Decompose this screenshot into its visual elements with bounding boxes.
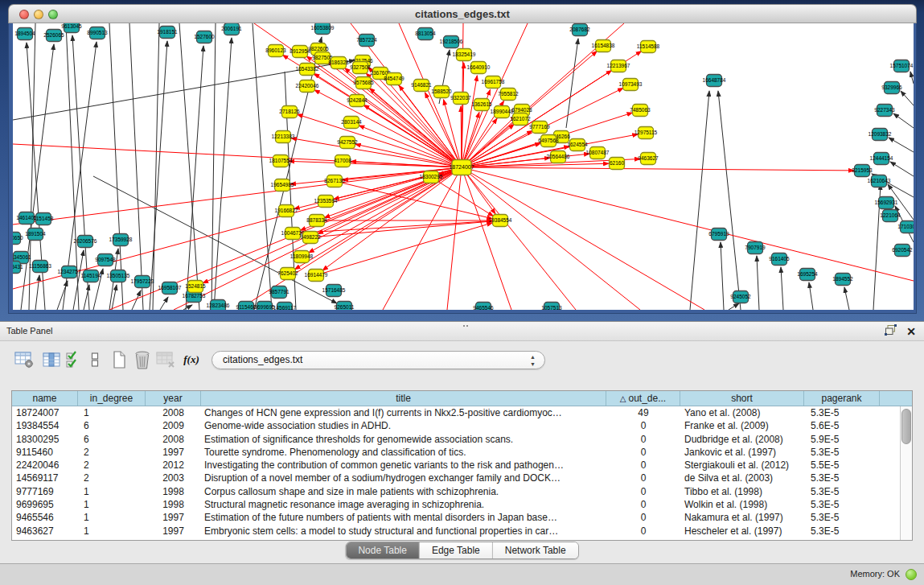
float-panel-icon[interactable]	[885, 324, 897, 339]
column-header-in_degree[interactable]: in_degree	[78, 391, 146, 406]
graph-edge[interactable]	[253, 23, 272, 310]
table-row[interactable]: 2242004622012Investigating the contribut…	[12, 459, 912, 472]
graph-edge[interactable]	[757, 256, 759, 310]
graph-edge[interactable]	[809, 282, 813, 310]
graph-edge[interactable]	[461, 106, 462, 167]
graph-edge[interactable]	[690, 91, 709, 310]
tab-edge-table[interactable]: Edge Table	[420, 542, 493, 558]
splitter-handle[interactable]	[462, 324, 469, 328]
graph-node-label: 1918151	[157, 29, 178, 35]
graph-edge[interactable]	[289, 161, 462, 167]
graph-edge[interactable]	[160, 297, 168, 310]
graph-node-label: 8912954	[290, 48, 310, 54]
function-builder-icon[interactable]: f(x)	[180, 348, 203, 371]
graph-node-label: 9242844	[347, 97, 368, 103]
graph-edge[interactable]	[57, 281, 68, 310]
graph-edge[interactable]	[901, 91, 914, 105]
graph-edge[interactable]	[13, 167, 462, 225]
table-cell: 2	[78, 459, 146, 472]
graph-node-label: 1145194	[81, 273, 101, 278]
graph-node-label: 1345061	[13, 254, 31, 260]
row-height-icon[interactable]	[84, 348, 106, 371]
column-header-title[interactable]: title	[201, 391, 606, 406]
column-header-short[interactable]: short	[680, 391, 804, 406]
network-canvas[interactable]: 1894504252606596130458990513191815115276…	[13, 23, 914, 310]
graph-edge[interactable]	[109, 23, 123, 310]
table-row[interactable]: 1938455462009Genome-wide association stu…	[12, 419, 912, 432]
column-header-pagerank[interactable]: pagerank	[804, 391, 880, 406]
graph-edge[interactable]	[129, 23, 143, 310]
close-panel-icon[interactable]: ✕	[906, 324, 916, 339]
graph-node-label: 9465546	[473, 305, 494, 310]
tab-network-table[interactable]: Network Table	[493, 542, 578, 558]
graph-edge[interactable]	[431, 177, 494, 216]
column-header-name[interactable]: name	[12, 391, 78, 406]
table-row[interactable]: 977716911998Corpus callosum shape and si…	[12, 485, 912, 498]
graph-edge[interactable]	[462, 167, 640, 310]
graph-node-label: 1624554	[567, 142, 588, 147]
table-row[interactable]: 969969511998Structural magnetic resonanc…	[12, 498, 912, 511]
graph-node-label: 8186328	[328, 60, 349, 65]
table-row[interactable]: 946554611997Estimation of the future num…	[12, 511, 912, 524]
table-selector-dropdown[interactable]: citations_edges.txt ▲▼	[211, 351, 545, 369]
table-vertical-scrollbar[interactable]	[900, 406, 912, 540]
graph-edge[interactable]	[566, 39, 578, 128]
delete-table-icon[interactable]	[154, 348, 177, 371]
column-chooser-icon[interactable]	[40, 348, 63, 371]
graph-edge[interactable]	[310, 221, 492, 237]
table-row[interactable]: 1456911722003Disruption of a novel membe…	[12, 472, 912, 484]
column-header-out_de...[interactable]: △out_de...	[606, 391, 680, 406]
table-row[interactable]: 1872400712008Changes of HCN gene express…	[12, 406, 912, 419]
table-row[interactable]: 946362711997Embryonic stem cells: a mode…	[12, 525, 912, 538]
graph-node-label: 9265011	[335, 304, 355, 310]
graph-edge[interactable]	[462, 167, 576, 310]
table-cell: 5.3E-5	[804, 406, 880, 419]
graph-edge[interactable]	[893, 113, 914, 128]
graph-node-label: 17359928	[109, 237, 133, 242]
graph-edge[interactable]	[183, 305, 192, 310]
graph-node-label: 20564486	[547, 154, 570, 159]
graph-edge[interactable]	[890, 162, 914, 176]
graph-edge[interactable]	[363, 105, 462, 167]
graph-edge[interactable]	[214, 38, 232, 310]
table-cell: 1	[78, 498, 146, 511]
scrollbar-thumb[interactable]	[901, 409, 911, 444]
graph-edge[interactable]	[462, 167, 914, 281]
graph-edge[interactable]	[729, 303, 739, 310]
graph-edge[interactable]	[462, 167, 511, 310]
graph-edge[interactable]	[781, 267, 783, 310]
graph-node-label: 18300295	[420, 174, 443, 179]
graph-edge[interactable]	[462, 76, 477, 167]
graph-edge[interactable]	[370, 89, 462, 167]
graph-edge[interactable]	[35, 275, 39, 310]
graph-edge[interactable]	[721, 242, 724, 310]
column-header-year[interactable]: year	[146, 391, 201, 406]
delete-column-icon[interactable]	[131, 348, 154, 371]
graph-edge[interactable]	[462, 167, 704, 310]
graph-edge[interactable]	[889, 138, 914, 152]
graph-edge[interactable]	[179, 23, 199, 310]
graph-node-label: 16543382	[296, 66, 319, 72]
graph-edge[interactable]	[462, 167, 854, 171]
tab-node-table[interactable]: Node Table	[346, 542, 420, 558]
select-columns-icon[interactable]	[63, 348, 85, 371]
graph-edge[interactable]	[718, 91, 741, 310]
graph-edge[interactable]	[910, 72, 914, 84]
network-window-titlebar[interactable]: citations_edges.txt	[8, 4, 917, 23]
graph-edge[interactable]	[153, 23, 159, 310]
graph-node-label: 7955812	[498, 91, 519, 97]
table-settings-icon[interactable]	[13, 348, 35, 371]
memory-status-indicator[interactable]	[906, 569, 917, 580]
table-cell: 2012	[146, 459, 201, 472]
graph-edge[interactable]	[844, 287, 849, 310]
table-cell: Changes of HCN gene expression and I(f) …	[201, 406, 606, 419]
graph-edge[interactable]	[150, 41, 167, 310]
graph-node-label: 1151458	[34, 216, 54, 221]
graph-node-label: 16640910	[467, 64, 491, 70]
graph-edge[interactable]	[186, 46, 203, 310]
graph-node-label: 9146821	[411, 82, 432, 88]
new-table-icon[interactable]	[108, 348, 130, 371]
table-cell: 9463627	[12, 525, 78, 538]
table-row[interactable]: 911546021997Tourette syndrome. Phenomeno…	[12, 446, 912, 459]
table-row[interactable]: 1830029562008Estimation of significance …	[12, 433, 912, 446]
